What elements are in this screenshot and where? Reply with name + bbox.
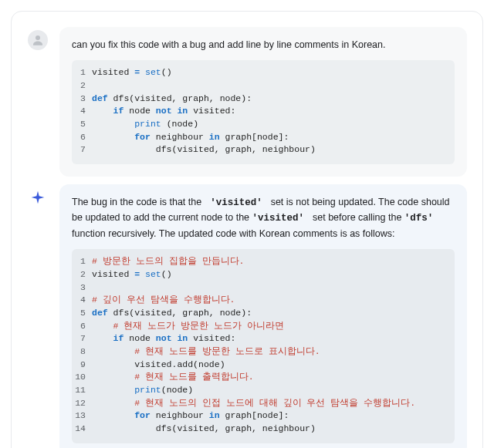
- svg-point-0: [36, 35, 40, 40]
- line-number: 7: [75, 332, 92, 345]
- assistant-text: The bug in the code is that the 'visited…: [72, 195, 455, 241]
- assistant-message: The bug in the code is that the 'visited…: [12, 177, 482, 448]
- code-line: 9 visited.add(node): [75, 359, 447, 372]
- code-content: for neighbour in graph[node]:: [92, 409, 447, 423]
- code-content: def dfs(visited, graph, node):: [92, 307, 447, 320]
- user-code-block: 1visited = set()23def dfs(visited, graph…: [72, 60, 455, 164]
- line-number: 5: [75, 118, 92, 131]
- assistant-bubble: The bug in the code is that the 'visited…: [59, 184, 467, 448]
- code-line: 1# 방문한 노드의 집합을 만듭니다.: [75, 255, 447, 268]
- code-content: visited.add(node): [92, 359, 447, 372]
- line-number: 2: [75, 79, 92, 93]
- line-number: 4: [75, 294, 92, 307]
- code-content: [92, 79, 447, 93]
- line-number: 8: [75, 345, 92, 359]
- code-content: [92, 281, 447, 295]
- line-number: 1: [75, 255, 92, 268]
- code-line: 11 print(node): [75, 384, 447, 397]
- inline-code: 'visited': [205, 197, 269, 208]
- line-number: 13: [75, 409, 92, 423]
- code-line: 7 dfs(visited, graph, neighbour): [75, 143, 447, 157]
- line-number: 5: [75, 307, 92, 320]
- text-frag: set before calling the: [310, 212, 404, 223]
- code-line: 8 # 현재 노드를 방문한 노드로 표시합니다.: [75, 345, 447, 359]
- code-line: 10 # 현재 노드를 출력합니다.: [75, 371, 447, 384]
- code-content: if node not in visited:: [92, 332, 447, 345]
- line-number: 3: [75, 93, 92, 106]
- code-line: 7 if node not in visited:: [75, 332, 447, 345]
- assistant-avatar-col: [27, 184, 49, 448]
- code-content: for neighbour in graph[node]:: [92, 131, 447, 144]
- code-content: # 현재 노드가 방문한 노드가 아니라면: [92, 320, 447, 333]
- code-content: # 깊이 우선 탐색을 수행합니다.: [92, 294, 447, 307]
- line-number: 4: [75, 105, 92, 118]
- code-content: def dfs(visited, graph, node):: [92, 93, 447, 106]
- code-content: visited = set(): [92, 66, 447, 79]
- code-line: 3: [75, 281, 447, 295]
- line-number: 12: [75, 397, 92, 410]
- code-line: 12 # 현재 노드의 인접 노드에 대해 깊이 우선 탐색을 수행합니다.: [75, 397, 447, 410]
- text-frag: function recursively. The updated code w…: [72, 228, 395, 239]
- code-content: # 현재 노드를 방문한 노드로 표시합니다.: [92, 345, 447, 359]
- code-line: 2: [75, 79, 447, 93]
- code-content: dfs(visited, graph, neighbour): [92, 143, 447, 157]
- line-number: 3: [75, 281, 92, 295]
- code-content: dfs(visited, graph, neighbour): [92, 423, 447, 436]
- code-line: 4# 깊이 우선 탐색을 수행합니다.: [75, 294, 447, 307]
- chat-container: can you fix this code with a bug and add…: [11, 11, 483, 448]
- code-line: 13 for neighbour in graph[node]:: [75, 409, 447, 423]
- line-number: 1: [75, 66, 92, 79]
- line-number: 9: [75, 359, 92, 372]
- code-line: 2visited = set(): [75, 268, 447, 281]
- line-number: 6: [75, 131, 92, 144]
- line-number: 10: [75, 371, 92, 384]
- code-content: if node not in visited:: [92, 105, 447, 118]
- user-bubble: can you fix this code with a bug and add…: [59, 27, 467, 177]
- inline-code: 'visited': [252, 213, 310, 224]
- user-text: can you fix this code with a bug and add…: [72, 38, 455, 52]
- line-number: 14: [75, 423, 92, 436]
- line-number: 2: [75, 268, 92, 281]
- code-line: 6 for neighbour in graph[node]:: [75, 131, 447, 144]
- line-number: 11: [75, 384, 92, 397]
- assistant-code-block: 1# 방문한 노드의 집합을 만듭니다.2visited = set()34# …: [72, 249, 455, 443]
- code-line: 6 # 현재 노드가 방문한 노드가 아니라면: [75, 320, 447, 333]
- code-line: 14 dfs(visited, graph, neighbour): [75, 423, 447, 436]
- code-line: 4 if node not in visited:: [75, 105, 447, 118]
- code-content: # 현재 노드의 인접 노드에 대해 깊이 우선 탐색을 수행합니다.: [92, 397, 447, 410]
- text-frag: The bug in the code is that the: [72, 197, 205, 207]
- code-line: 5def dfs(visited, graph, node):: [75, 307, 447, 320]
- code-line: 5 print (node): [75, 118, 447, 131]
- line-number: 6: [75, 320, 92, 333]
- sparkle-icon: [28, 187, 48, 207]
- line-number: 7: [75, 143, 92, 157]
- code-content: # 현재 노드를 출력합니다.: [92, 371, 447, 384]
- code-content: visited = set(): [92, 268, 447, 281]
- code-content: print(node): [92, 384, 447, 397]
- code-line: 3def dfs(visited, graph, node):: [75, 93, 447, 106]
- code-line: 1visited = set(): [75, 66, 447, 79]
- code-content: print (node): [92, 118, 447, 131]
- user-avatar-col: [27, 27, 49, 177]
- user-message: can you fix this code with a bug and add…: [12, 19, 482, 177]
- code-content: # 방문한 노드의 집합을 만듭니다.: [92, 255, 447, 268]
- inline-code: 'dfs': [404, 213, 439, 224]
- user-avatar-icon: [28, 30, 48, 50]
